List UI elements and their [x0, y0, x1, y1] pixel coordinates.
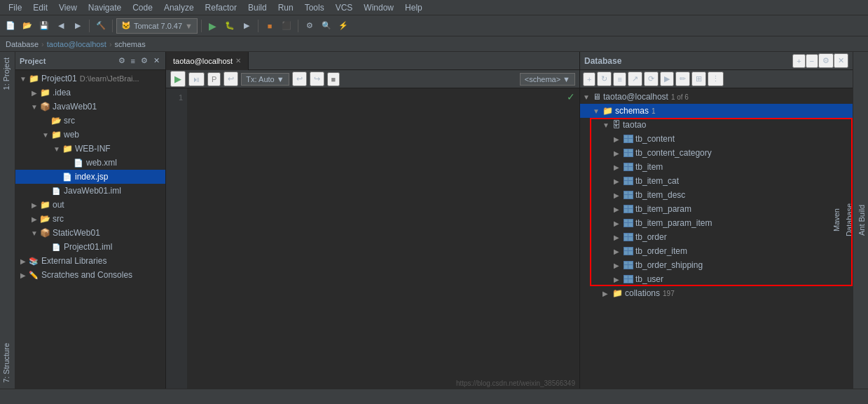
db-grid-btn[interactable]: ⊞: [691, 72, 706, 86]
db-close-btn[interactable]: ✕: [834, 53, 848, 68]
editor-content[interactable]: 1 ✓ https://blog.csdn.net/weixin_3856634…: [166, 88, 579, 389]
db-tree-tb_item_param_item[interactable]: ▶ tb_item_param_item: [580, 216, 853, 230]
coverage-button[interactable]: ▶: [239, 18, 254, 34]
redo-btn[interactable]: ↪: [310, 72, 324, 86]
rollback-btn[interactable]: ↩: [223, 72, 238, 86]
save-btn[interactable]: 💾: [36, 18, 52, 34]
folder-icon-web: 📁: [50, 129, 62, 140]
db-tree-tb_item_desc[interactable]: ▶ tb_item_desc: [580, 188, 853, 202]
table-icon-tb_item_param_item: [624, 219, 633, 227]
db-refresh-btn[interactable]: ↻: [597, 72, 612, 86]
actions-btn[interactable]: ⚡: [336, 18, 351, 34]
breadcrumb-localhost[interactable]: taotao@localhost: [47, 40, 106, 48]
tree-item-indexjsp[interactable]: 📄 index.jsp: [15, 170, 165, 184]
db-tree-tb_item_cat[interactable]: ▶ tb_item_cat: [580, 174, 853, 188]
tree-item-staticweb01[interactable]: ▼ 📦 StaticWeb01: [15, 226, 165, 240]
db-tree-tb_content[interactable]: ▶ tb_content: [580, 132, 853, 146]
db-tree-taotao[interactable]: ▼ 🗄 taotao: [580, 118, 853, 132]
tomcat-config-dropdown[interactable]: 🐱 Tomcat 7.0.47 ▼: [116, 18, 198, 34]
sidebar-tab-ant[interactable]: Ant Build: [855, 199, 868, 241]
menu-tools[interactable]: Tools: [299, 1, 330, 14]
menu-code[interactable]: Code: [127, 1, 158, 14]
project-gear-icon[interactable]: ⚙: [117, 55, 127, 67]
tree-item-javaweb01[interactable]: ▼ 📦 JavaWeb01: [15, 100, 165, 114]
sidebar-tab-maven[interactable]: Maven: [830, 203, 843, 237]
db-console-btn[interactable]: ▶: [660, 72, 674, 86]
menu-build[interactable]: Build: [242, 1, 273, 14]
tree-item-extlibs[interactable]: ▶ 📚 External Libraries: [15, 254, 165, 268]
debug-button[interactable]: 🐛: [222, 18, 237, 34]
tree-item-project01iml[interactable]: 📄 Project01.iml: [15, 240, 165, 254]
search-btn[interactable]: 🔍: [319, 18, 334, 34]
stop-button[interactable]: ■: [262, 18, 277, 34]
menu-refactor[interactable]: Refactor: [200, 1, 242, 14]
menu-navigate[interactable]: Navigate: [83, 1, 127, 14]
menu-view[interactable]: View: [53, 1, 83, 14]
undo-btn[interactable]: ↩: [292, 72, 307, 86]
sidebar-tab-structure[interactable]: 7: Structure: [0, 337, 15, 389]
sidebar-tab-project[interactable]: 1: Project: [0, 52, 15, 95]
execute-btn[interactable]: ▶: [170, 71, 186, 87]
tree-item-src2[interactable]: ▶ 📂 src: [15, 212, 165, 226]
breadcrumb-schemas[interactable]: schemas: [115, 40, 146, 48]
tree-item-src[interactable]: 📂 src: [15, 114, 165, 128]
db-tree-tb_order_item[interactable]: ▶ tb_order_item: [580, 244, 853, 258]
tree-item-webxml[interactable]: 📄 web.xml: [15, 156, 165, 170]
db-tree-tb_content_category[interactable]: ▶ tb_content_category: [580, 146, 853, 160]
tomcat-label: Tomcat 7.0.47: [134, 22, 182, 30]
tree-item-webinf[interactable]: ▼ 📁 WEB-INF: [15, 142, 165, 156]
build-btn[interactable]: 🔨: [93, 18, 109, 34]
menu-run[interactable]: Run: [273, 1, 299, 14]
project-settings-icon[interactable]: ⚙: [139, 55, 149, 67]
back-btn[interactable]: ◀: [53, 18, 69, 34]
resume-btn[interactable]: P: [207, 72, 221, 86]
db-tree-collations[interactable]: ▶ 📁 collations 197: [580, 286, 853, 300]
new-file-btn[interactable]: 📄: [3, 18, 18, 34]
db-layout-btn[interactable]: ≡: [613, 72, 626, 86]
sidebar-tab-database[interactable]: Database: [843, 198, 855, 242]
forward-btn[interactable]: ▶: [70, 18, 85, 34]
db-minus-btn[interactable]: −: [806, 54, 818, 68]
db-tree-localhost[interactable]: ▼ 🖥 taotao@localhost 1 of 6: [580, 90, 853, 104]
tree-item-web[interactable]: ▼ 📁 web: [15, 128, 165, 142]
stop-all-button[interactable]: ⬛: [279, 18, 294, 34]
db-tree-tb_item[interactable]: ▶ tb_item: [580, 160, 853, 174]
tree-item-out[interactable]: ▶ 📁 out: [15, 198, 165, 212]
project-close-icon[interactable]: ✕: [152, 55, 161, 67]
tree-item-scratches[interactable]: ▶ ✏️ Scratches and Consoles: [15, 268, 165, 282]
db-tree-tb_order_shipping[interactable]: ▶ tb_order_shipping: [580, 258, 853, 272]
db-assign-btn[interactable]: ↗: [628, 72, 642, 86]
table-icon-tb_item_desc: [624, 191, 633, 199]
db-tree-tb_order[interactable]: ▶ tb_order: [580, 230, 853, 244]
menu-vcs[interactable]: VCS: [330, 1, 359, 14]
tree-item-idea[interactable]: ▶ 📁 .idea: [15, 86, 165, 100]
open-btn[interactable]: 📂: [20, 18, 35, 34]
tx-select[interactable]: Tx: Auto ▼: [241, 73, 289, 86]
editor-tab-localhost[interactable]: taotao@localhost ✕: [166, 52, 249, 70]
schema-select[interactable]: <schema> ▼: [520, 73, 575, 86]
tree-item-javaweb01iml[interactable]: 📄 JavaWeb01.iml: [15, 184, 165, 198]
execute-file-btn[interactable]: ⏯: [188, 72, 205, 86]
label-tb_order_item: tb_order_item: [635, 246, 687, 256]
settings-btn[interactable]: ⚙: [302, 18, 317, 34]
tab-close-btn[interactable]: ✕: [235, 57, 241, 65]
db-sync-btn[interactable]: ⟳: [644, 72, 659, 86]
stop-query-btn[interactable]: ■: [327, 72, 340, 86]
db-tree-tb_item_param[interactable]: ▶ tb_item_param: [580, 202, 853, 216]
db-tree-schemas[interactable]: ▼ 📁 schemas 1: [580, 104, 853, 118]
menu-window[interactable]: Window: [358, 1, 399, 14]
db-settings-btn[interactable]: ⚙: [818, 53, 834, 68]
breadcrumb-database[interactable]: Database: [6, 40, 39, 48]
db-filter-btn[interactable]: ⋮: [708, 72, 724, 86]
db-tree-tb_user[interactable]: ▶ tb_user: [580, 272, 853, 286]
menu-help[interactable]: Help: [399, 1, 428, 14]
db-new-btn[interactable]: +: [583, 72, 595, 86]
tree-item-project01[interactable]: ▼ 📁 Project01 D:\learn\JetBrai...: [15, 72, 165, 86]
menu-file[interactable]: File: [3, 1, 27, 14]
db-add-btn[interactable]: +: [792, 54, 805, 68]
menu-edit[interactable]: Edit: [27, 1, 53, 14]
menu-analyze[interactable]: Analyze: [158, 1, 200, 14]
run-button[interactable]: ▶: [205, 18, 221, 34]
project-expand-icon[interactable]: ≡: [130, 55, 137, 67]
db-edit-btn[interactable]: ✏: [675, 72, 690, 86]
